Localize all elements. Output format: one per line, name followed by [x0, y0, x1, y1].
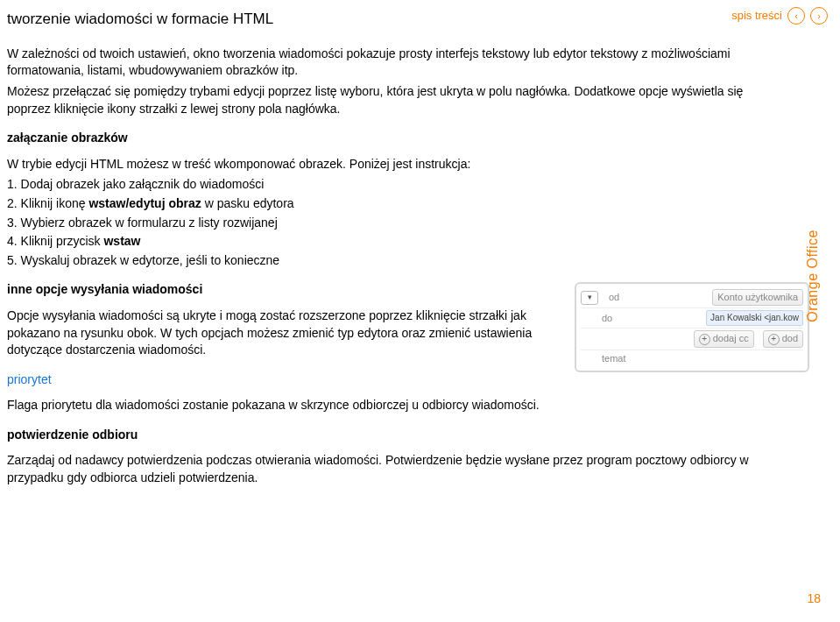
account-button[interactable]: Konto użytkownika	[712, 289, 803, 306]
add-cc-button[interactable]: + dodaj cc	[694, 330, 754, 347]
side-tab-label: Orange Office	[803, 230, 822, 322]
intro-paragraph-2: Możesz przełączać się pomiędzy trybami e…	[7, 83, 781, 117]
from-label: od	[609, 291, 647, 304]
step-2: 2. Kliknij ikonę wstaw/edytuj obraz w pa…	[7, 195, 781, 213]
compose-to-row: do Jan Kowalski <jan.kow	[581, 308, 803, 329]
step-4b: wstaw	[103, 234, 140, 248]
plus-icon: +	[699, 334, 710, 345]
step-3: 3. Wybierz obrazek w formularzu z listy …	[7, 215, 781, 232]
plus-icon: +	[768, 334, 780, 345]
to-value-wrap: Jan Kowalski <jan.kow	[647, 310, 803, 326]
priority-body: Flaga priorytetu dla wiadomości zostanie…	[7, 397, 781, 414]
compose-subject-row: temat	[581, 350, 803, 367]
priority-heading: priorytet	[7, 371, 781, 389]
attach-heading: załączanie obrazków	[7, 130, 781, 147]
intro-paragraph-1: W zależności od twoich ustawień, okno tw…	[7, 46, 781, 80]
attach-steps: 1. Dodaj obrazek jako załącznik do wiado…	[7, 176, 781, 269]
expand-options-icon[interactable]: ▾	[581, 291, 598, 305]
page-title: tworzenie wiadomości w formacie HTML	[7, 9, 781, 30]
step-4a: 4. Kliknij przycisk	[7, 234, 103, 248]
other-options-body: Opcje wysyłania wiadomości są ukryte i m…	[7, 307, 568, 359]
toc-link[interactable]: spis treści	[731, 8, 782, 24]
attach-intro: W trybie edycji HTML możesz w treść wkom…	[7, 156, 781, 173]
step-2c: w pasku edytora	[201, 196, 294, 210]
top-nav: spis treści ‹ ›	[731, 7, 828, 25]
step-2a: 2. Kliknij ikonę	[7, 196, 88, 210]
step-5: 5. Wyskaluj obrazek w edytorze, jeśli to…	[7, 252, 781, 270]
add-more-label: dod	[782, 332, 798, 345]
step-1: 1. Dodaj obrazek jako załącznik do wiado…	[7, 176, 781, 194]
compose-cc-row: + dodaj cc + dod	[581, 329, 803, 350]
recipient-chip[interactable]: Jan Kowalski <jan.kow	[706, 310, 803, 326]
subject-label: temat	[602, 352, 640, 365]
next-page-button[interactable]: ›	[810, 7, 828, 25]
to-label: do	[602, 312, 640, 325]
confirm-body: Zarządaj od nadawcy potwierdzenia podcza…	[7, 452, 781, 486]
add-more-button[interactable]: + dod	[763, 330, 803, 347]
compose-panel: ▾ od Konto użytkownika do Jan Kowalski <…	[575, 282, 809, 372]
prev-page-button[interactable]: ‹	[787, 7, 805, 25]
from-value: Konto użytkownika	[654, 289, 803, 306]
compose-from-row: ▾ od Konto użytkownika	[581, 287, 803, 308]
step-2b: wstaw/edytuj obraz	[88, 196, 201, 210]
add-cc-label: dodaj cc	[713, 332, 749, 345]
step-4: 4. Kliknij przycisk wstaw	[7, 233, 781, 251]
page-number: 18	[807, 590, 821, 608]
confirm-heading: potwierdzenie odbioru	[7, 427, 781, 444]
page-content: tworzenie wiadomości w formacie HTML W z…	[0, 0, 788, 498]
